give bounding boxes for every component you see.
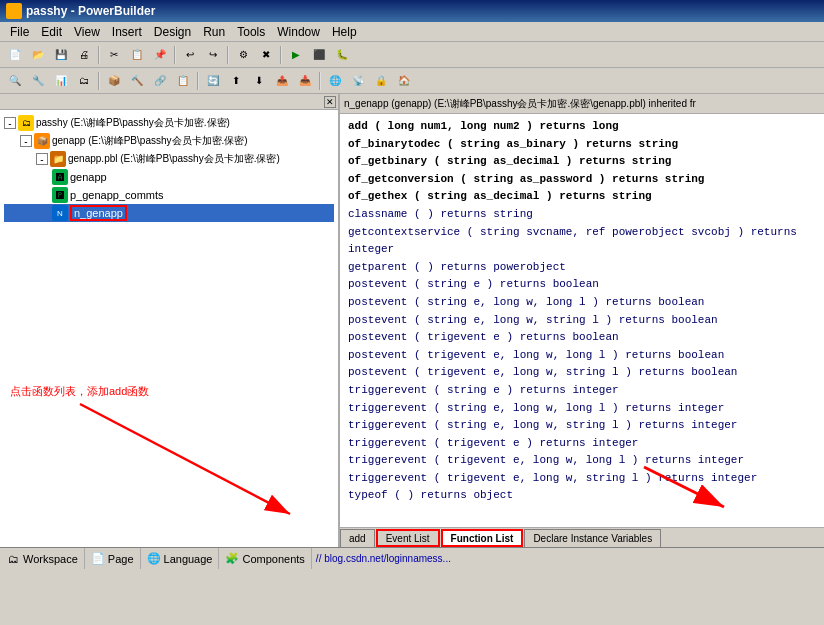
function-item[interactable]: postevent ( string e, long w, string l )… bbox=[348, 312, 816, 330]
function-item[interactable]: triggerevent ( trigevent e, long w, stri… bbox=[348, 470, 816, 488]
workspace-label: passhy (E:\谢峰PB\passhy会员卡加密.保密) bbox=[36, 116, 230, 130]
panel-close-btn[interactable]: ✕ bbox=[324, 96, 336, 108]
menu-tools[interactable]: Tools bbox=[231, 23, 271, 41]
function-item[interactable]: triggerevent ( string e, long w, long l … bbox=[348, 400, 816, 418]
tb2-btn6[interactable]: 🔨 bbox=[126, 70, 148, 92]
status-language[interactable]: 🌐 Language bbox=[141, 548, 220, 569]
tb2-btn17[interactable]: 🏠 bbox=[393, 70, 415, 92]
function-item[interactable]: triggerevent ( trigevent e ) returns int… bbox=[348, 435, 816, 453]
components-status-icon: 🧩 bbox=[225, 552, 239, 566]
new-btn[interactable]: 📄 bbox=[4, 44, 26, 66]
function-item[interactable]: getparent ( ) returns powerobject bbox=[348, 259, 816, 277]
tb2-btn13[interactable]: 📥 bbox=[294, 70, 316, 92]
right-header-text: n_genapp (genapp) (E:\谢峰PB\passhy会员卡加密.保… bbox=[344, 97, 696, 111]
tb2-btn15[interactable]: 📡 bbox=[347, 70, 369, 92]
app-icon-tree: 📦 bbox=[34, 133, 50, 149]
tb2-btn11[interactable]: ⬇ bbox=[248, 70, 270, 92]
function-item[interactable]: triggerevent ( trigevent e, long w, long… bbox=[348, 452, 816, 470]
status-url: // blog.csdn.net/loginnamess... bbox=[312, 553, 824, 564]
menu-view[interactable]: View bbox=[68, 23, 106, 41]
function-item[interactable]: of_getbinary ( string as_decimal ) retur… bbox=[348, 153, 816, 171]
tb2-btn1[interactable]: 🔍 bbox=[4, 70, 26, 92]
function-list[interactable]: add ( long num1, long num2 ) returns lon… bbox=[340, 114, 824, 527]
delete-btn[interactable]: ✖ bbox=[255, 44, 277, 66]
function-item[interactable]: typeof ( ) returns object bbox=[348, 487, 816, 505]
menu-help[interactable]: Help bbox=[326, 23, 363, 41]
function-item[interactable]: postevent ( string e ) returns boolean bbox=[348, 276, 816, 294]
props-btn[interactable]: ⚙ bbox=[232, 44, 254, 66]
stop-btn[interactable]: ⬛ bbox=[308, 44, 330, 66]
menu-edit[interactable]: Edit bbox=[35, 23, 68, 41]
expand-pbl[interactable]: - bbox=[36, 153, 48, 165]
print-btn[interactable]: 🖨 bbox=[73, 44, 95, 66]
tb2-btn4[interactable]: 🗂 bbox=[73, 70, 95, 92]
menu-insert[interactable]: Insert bbox=[106, 23, 148, 41]
function-item[interactable]: add ( long num1, long num2 ) returns lon… bbox=[348, 118, 816, 136]
tab-add[interactable]: add bbox=[340, 529, 375, 547]
function-item[interactable]: getcontextservice ( string svcname, ref … bbox=[348, 224, 816, 259]
tb2-btn8[interactable]: 📋 bbox=[172, 70, 194, 92]
page-status-icon: 📄 bbox=[91, 552, 105, 566]
tb2-btn3[interactable]: 📊 bbox=[50, 70, 72, 92]
tb2-btn5[interactable]: 📦 bbox=[103, 70, 125, 92]
tab-function-list[interactable]: Function List bbox=[441, 529, 524, 547]
panel-title-bar: ✕ bbox=[0, 94, 338, 110]
language-status-icon: 🌐 bbox=[147, 552, 161, 566]
tree-node-genapp[interactable]: - 📦 genapp (E:\谢峰PB\passhy会员卡加密.保密) bbox=[4, 132, 334, 150]
tb2-btn9[interactable]: 🔄 bbox=[202, 70, 224, 92]
open-btn[interactable]: 📂 bbox=[27, 44, 49, 66]
function-item[interactable]: postevent ( string e, long w, long l ) r… bbox=[348, 294, 816, 312]
status-bar: 🗂 Workspace 📄 Page 🌐 Language 🧩 Componen… bbox=[0, 547, 824, 569]
expand-workspace[interactable]: - bbox=[4, 117, 16, 129]
function-item[interactable]: postevent ( trigevent e ) returns boolea… bbox=[348, 329, 816, 347]
status-components[interactable]: 🧩 Components bbox=[219, 548, 311, 569]
page-status-label: Page bbox=[108, 553, 134, 565]
copy-btn[interactable]: 📋 bbox=[126, 44, 148, 66]
redo-btn[interactable]: ↪ bbox=[202, 44, 224, 66]
toolbar-1: 📄 📂 💾 🖨 ✂ 📋 📌 ↩ ↪ ⚙ ✖ ▶ ⬛ 🐛 bbox=[0, 42, 824, 68]
menu-window[interactable]: Window bbox=[271, 23, 326, 41]
function-item[interactable]: postevent ( trigevent e, long w, long l … bbox=[348, 347, 816, 365]
function-item[interactable]: triggerevent ( string e ) returns intege… bbox=[348, 382, 816, 400]
run-btn[interactable]: ▶ bbox=[285, 44, 307, 66]
debug-btn[interactable]: 🐛 bbox=[331, 44, 353, 66]
tree-node-genapp-obj[interactable]: 🅰 genapp bbox=[4, 168, 334, 186]
nvo-icon: N bbox=[52, 205, 68, 221]
tb2-btn10[interactable]: ⬆ bbox=[225, 70, 247, 92]
menu-bar: File Edit View Insert Design Run Tools W… bbox=[0, 22, 824, 42]
tb2-btn7[interactable]: 🔗 bbox=[149, 70, 171, 92]
tab-declare-instance-variables[interactable]: Declare Instance Variables bbox=[524, 529, 661, 547]
cut-btn[interactable]: ✂ bbox=[103, 44, 125, 66]
sep3 bbox=[227, 46, 229, 64]
tree-node-p-genapp[interactable]: 🅿 p_genapp_commts bbox=[4, 186, 334, 204]
tree-node-workspace[interactable]: - 🗂 passhy (E:\谢峰PB\passhy会员卡加密.保密) bbox=[4, 114, 334, 132]
sep4 bbox=[280, 46, 282, 64]
sep6 bbox=[197, 72, 199, 90]
undo-btn[interactable]: ↩ bbox=[179, 44, 201, 66]
function-item[interactable]: of_binarytodec ( string as_binary ) retu… bbox=[348, 136, 816, 154]
tb2-btn2[interactable]: 🔧 bbox=[27, 70, 49, 92]
function-item[interactable]: triggerevent ( string e, long w, string … bbox=[348, 417, 816, 435]
tree-node-pbl[interactable]: - 📁 genapp.pbl (E:\谢峰PB\passhy会员卡加密.保密) bbox=[4, 150, 334, 168]
menu-file[interactable]: File bbox=[4, 23, 35, 41]
components-status-label: Components bbox=[242, 553, 304, 565]
expand-genapp[interactable]: - bbox=[20, 135, 32, 147]
workspace-status-icon: 🗂 bbox=[6, 552, 20, 566]
tab-event-list[interactable]: Event List bbox=[376, 529, 440, 547]
status-workspace[interactable]: 🗂 Workspace bbox=[0, 548, 85, 569]
tb2-btn14[interactable]: 🌐 bbox=[324, 70, 346, 92]
save-btn[interactable]: 💾 bbox=[50, 44, 72, 66]
function-item[interactable]: of_gethex ( string as_decimal ) returns … bbox=[348, 188, 816, 206]
function-item[interactable]: postevent ( trigevent e, long w, string … bbox=[348, 364, 816, 382]
function-item[interactable]: of_getconversion ( string as_password ) … bbox=[348, 171, 816, 189]
workspace-status-label: Workspace bbox=[23, 553, 78, 565]
tb2-btn12[interactable]: 📤 bbox=[271, 70, 293, 92]
menu-run[interactable]: Run bbox=[197, 23, 231, 41]
obj-icon-1: 🅰 bbox=[52, 169, 68, 185]
function-item[interactable]: classname ( ) returns string bbox=[348, 206, 816, 224]
menu-design[interactable]: Design bbox=[148, 23, 197, 41]
tb2-btn16[interactable]: 🔒 bbox=[370, 70, 392, 92]
paste-btn[interactable]: 📌 bbox=[149, 44, 171, 66]
tree-node-n-genapp[interactable]: N n_genapp bbox=[4, 204, 334, 222]
status-page[interactable]: 📄 Page bbox=[85, 548, 141, 569]
